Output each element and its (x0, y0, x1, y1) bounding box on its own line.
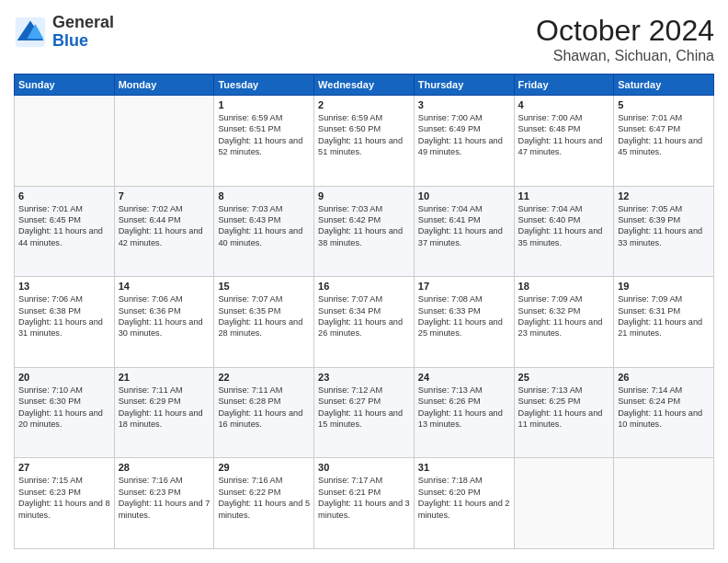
month-title: October 2024 (536, 14, 714, 48)
calendar-cell: 21Sunrise: 7:11 AM Sunset: 6:29 PM Dayli… (114, 367, 214, 458)
day-number: 14 (119, 281, 210, 292)
day-info: Sunrise: 7:06 AM Sunset: 6:36 PM Dayligh… (119, 293, 210, 339)
page: General Blue October 2024 Shawan, Sichua… (0, 0, 728, 563)
day-number: 21 (119, 372, 210, 383)
header-tuesday: Tuesday (214, 75, 314, 96)
calendar-cell (614, 458, 714, 549)
day-number: 24 (418, 372, 510, 383)
day-info: Sunrise: 6:59 AM Sunset: 6:50 PM Dayligh… (318, 112, 410, 158)
day-info: Sunrise: 7:11 AM Sunset: 6:29 PM Dayligh… (119, 385, 210, 431)
day-info: Sunrise: 7:08 AM Sunset: 6:33 PM Dayligh… (418, 293, 510, 339)
header-thursday: Thursday (414, 75, 514, 96)
day-info: Sunrise: 7:05 AM Sunset: 6:39 PM Dayligh… (618, 203, 710, 249)
day-info: Sunrise: 7:01 AM Sunset: 6:45 PM Dayligh… (18, 203, 110, 249)
calendar-week-4: 20Sunrise: 7:10 AM Sunset: 6:30 PM Dayli… (15, 367, 714, 458)
day-info: Sunrise: 7:04 AM Sunset: 6:41 PM Dayligh… (418, 203, 510, 249)
day-number: 3 (418, 99, 510, 110)
logo: General Blue (14, 14, 114, 51)
calendar-cell: 3Sunrise: 7:00 AM Sunset: 6:49 PM Daylig… (414, 96, 514, 187)
calendar-cell: 28Sunrise: 7:16 AM Sunset: 6:23 PM Dayli… (114, 458, 214, 549)
day-info: Sunrise: 7:16 AM Sunset: 6:23 PM Dayligh… (119, 475, 210, 521)
calendar-cell: 10Sunrise: 7:04 AM Sunset: 6:41 PM Dayli… (414, 186, 514, 277)
day-number: 12 (618, 190, 710, 201)
calendar-cell: 27Sunrise: 7:15 AM Sunset: 6:23 PM Dayli… (15, 458, 115, 549)
day-info: Sunrise: 7:00 AM Sunset: 6:48 PM Dayligh… (518, 112, 610, 158)
calendar-cell: 17Sunrise: 7:08 AM Sunset: 6:33 PM Dayli… (414, 277, 514, 368)
day-number: 11 (518, 190, 610, 201)
logo-icon (14, 16, 47, 49)
day-info: Sunrise: 7:01 AM Sunset: 6:47 PM Dayligh… (618, 112, 710, 158)
location: Shawan, Sichuan, China (536, 48, 714, 64)
calendar-cell: 26Sunrise: 7:14 AM Sunset: 6:24 PM Dayli… (614, 367, 714, 458)
calendar-cell: 5Sunrise: 7:01 AM Sunset: 6:47 PM Daylig… (614, 96, 714, 187)
calendar-week-1: 1Sunrise: 6:59 AM Sunset: 6:51 PM Daylig… (15, 96, 714, 187)
calendar-table: Sunday Monday Tuesday Wednesday Thursday… (14, 74, 714, 549)
day-number: 26 (618, 372, 710, 383)
day-info: Sunrise: 7:12 AM Sunset: 6:27 PM Dayligh… (318, 385, 410, 431)
day-number: 16 (318, 281, 410, 292)
logo-general: General (52, 13, 114, 31)
calendar-cell: 8Sunrise: 7:03 AM Sunset: 6:43 PM Daylig… (214, 186, 314, 277)
day-info: Sunrise: 7:13 AM Sunset: 6:26 PM Dayligh… (418, 385, 510, 431)
calendar-cell: 7Sunrise: 7:02 AM Sunset: 6:44 PM Daylig… (114, 186, 214, 277)
day-info: Sunrise: 7:16 AM Sunset: 6:22 PM Dayligh… (218, 475, 310, 521)
calendar-cell (15, 96, 115, 187)
header-saturday: Saturday (614, 75, 714, 96)
calendar-cell: 4Sunrise: 7:00 AM Sunset: 6:48 PM Daylig… (514, 96, 614, 187)
day-info: Sunrise: 7:18 AM Sunset: 6:20 PM Dayligh… (418, 475, 510, 521)
day-number: 8 (218, 190, 310, 201)
day-number: 4 (518, 99, 610, 110)
day-info: Sunrise: 7:00 AM Sunset: 6:49 PM Dayligh… (418, 112, 510, 158)
calendar-week-2: 6Sunrise: 7:01 AM Sunset: 6:45 PM Daylig… (15, 186, 714, 277)
day-info: Sunrise: 7:03 AM Sunset: 6:43 PM Dayligh… (218, 203, 310, 249)
header-monday: Monday (114, 75, 214, 96)
calendar-cell (114, 96, 214, 187)
calendar-cell: 13Sunrise: 7:06 AM Sunset: 6:38 PM Dayli… (15, 277, 115, 368)
day-number: 10 (418, 190, 510, 201)
calendar-cell (514, 458, 614, 549)
day-info: Sunrise: 7:09 AM Sunset: 6:32 PM Dayligh… (518, 293, 610, 339)
logo-blue: Blue (52, 31, 88, 50)
day-info: Sunrise: 7:06 AM Sunset: 6:38 PM Dayligh… (18, 293, 110, 339)
day-number: 6 (18, 190, 110, 201)
day-number: 17 (418, 281, 510, 292)
day-number: 27 (18, 462, 110, 473)
calendar-cell: 9Sunrise: 7:03 AM Sunset: 6:42 PM Daylig… (314, 186, 415, 277)
calendar-cell: 12Sunrise: 7:05 AM Sunset: 6:39 PM Dayli… (614, 186, 714, 277)
calendar-cell: 19Sunrise: 7:09 AM Sunset: 6:31 PM Dayli… (614, 277, 714, 368)
day-info: Sunrise: 7:07 AM Sunset: 6:35 PM Dayligh… (218, 293, 310, 339)
calendar-cell: 14Sunrise: 7:06 AM Sunset: 6:36 PM Dayli… (114, 277, 214, 368)
day-number: 29 (218, 462, 310, 473)
day-info: Sunrise: 6:59 AM Sunset: 6:51 PM Dayligh… (218, 112, 310, 158)
day-number: 30 (318, 462, 410, 473)
calendar-cell: 2Sunrise: 6:59 AM Sunset: 6:50 PM Daylig… (314, 96, 415, 187)
calendar-cell: 15Sunrise: 7:07 AM Sunset: 6:35 PM Dayli… (214, 277, 314, 368)
day-number: 5 (618, 99, 710, 110)
logo-text: General Blue (52, 14, 114, 51)
header: General Blue October 2024 Shawan, Sichua… (14, 14, 714, 64)
header-friday: Friday (514, 75, 614, 96)
day-info: Sunrise: 7:15 AM Sunset: 6:23 PM Dayligh… (18, 475, 110, 521)
day-number: 22 (218, 372, 310, 383)
day-info: Sunrise: 7:03 AM Sunset: 6:42 PM Dayligh… (318, 203, 410, 249)
day-number: 15 (218, 281, 310, 292)
day-number: 18 (518, 281, 610, 292)
day-info: Sunrise: 7:17 AM Sunset: 6:21 PM Dayligh… (318, 475, 410, 521)
calendar-cell: 16Sunrise: 7:07 AM Sunset: 6:34 PM Dayli… (314, 277, 415, 368)
calendar-cell: 31Sunrise: 7:18 AM Sunset: 6:20 PM Dayli… (414, 458, 514, 549)
day-number: 7 (119, 190, 210, 201)
calendar-cell: 18Sunrise: 7:09 AM Sunset: 6:32 PM Dayli… (514, 277, 614, 368)
day-info: Sunrise: 7:04 AM Sunset: 6:40 PM Dayligh… (518, 203, 610, 249)
header-sunday: Sunday (15, 75, 115, 96)
day-info: Sunrise: 7:11 AM Sunset: 6:28 PM Dayligh… (218, 385, 310, 431)
day-info: Sunrise: 7:14 AM Sunset: 6:24 PM Dayligh… (618, 385, 710, 431)
day-number: 19 (618, 281, 710, 292)
weekday-header-row: Sunday Monday Tuesday Wednesday Thursday… (15, 75, 714, 96)
calendar-cell: 30Sunrise: 7:17 AM Sunset: 6:21 PM Dayli… (314, 458, 415, 549)
calendar-cell: 6Sunrise: 7:01 AM Sunset: 6:45 PM Daylig… (15, 186, 115, 277)
calendar-cell: 25Sunrise: 7:13 AM Sunset: 6:25 PM Dayli… (514, 367, 614, 458)
day-number: 20 (18, 372, 110, 383)
title-block: October 2024 Shawan, Sichuan, China (536, 14, 714, 64)
calendar-cell: 11Sunrise: 7:04 AM Sunset: 6:40 PM Dayli… (514, 186, 614, 277)
calendar-cell: 22Sunrise: 7:11 AM Sunset: 6:28 PM Dayli… (214, 367, 314, 458)
